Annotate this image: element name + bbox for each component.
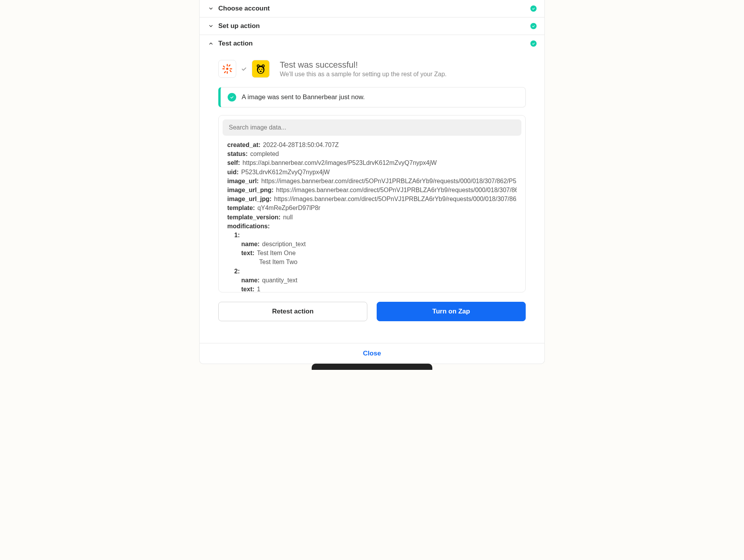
test-action-body: Test was successful! We'll use this as a… <box>200 52 544 333</box>
svg-rect-4 <box>230 68 232 70</box>
response-data-panel: created_at: 2022-04-28T18:50:04.707Z sta… <box>218 115 526 292</box>
section-title: Choose account <box>218 5 530 12</box>
svg-rect-1 <box>227 64 228 66</box>
svg-rect-6 <box>229 70 232 72</box>
status-complete-icon <box>530 5 537 12</box>
success-alert: A image was sent to Bannerbear just now. <box>218 87 526 107</box>
status-complete-icon <box>530 40 537 47</box>
test-success-header: Test was successful! We'll use this as a… <box>218 60 526 78</box>
svg-point-0 <box>226 68 228 70</box>
test-success-subtitle: We'll use this as a sample for setting u… <box>280 71 447 78</box>
action-buttons: Retest action Turn on Zap <box>218 302 526 321</box>
status-complete-icon <box>530 23 537 29</box>
section-set-up-action[interactable]: Set up action <box>200 18 544 35</box>
zapier-app-icon <box>218 60 236 78</box>
section-title: Set up action <box>218 22 530 30</box>
svg-point-16 <box>261 69 263 70</box>
section-title: Test action <box>218 40 530 47</box>
retest-action-button[interactable]: Retest action <box>218 302 367 321</box>
section-choose-account[interactable]: Choose account <box>200 0 544 18</box>
svg-rect-8 <box>224 71 226 73</box>
bannerbear-app-icon <box>252 60 270 78</box>
zap-editor-panel: Choose account Set up action Test action <box>199 0 545 364</box>
search-input[interactable] <box>223 119 521 136</box>
close-button[interactable]: Close <box>363 350 381 357</box>
svg-rect-5 <box>223 65 225 68</box>
bottom-toolbar-peek <box>312 364 432 370</box>
test-success-title: Test was successful! <box>280 60 447 70</box>
svg-point-13 <box>258 65 259 66</box>
alert-text: A image was sent to Bannerbear just now. <box>242 93 365 101</box>
svg-point-14 <box>263 65 264 66</box>
chevron-down-icon <box>207 23 214 30</box>
svg-point-10 <box>258 67 263 73</box>
connector-check-icon <box>239 65 249 72</box>
section-test-action[interactable]: Test action <box>200 35 544 52</box>
svg-rect-7 <box>228 64 231 66</box>
svg-rect-3 <box>223 68 225 70</box>
svg-point-17 <box>260 71 262 72</box>
response-kv-list: created_at: 2022-04-28T18:50:04.707Z sta… <box>223 140 521 292</box>
svg-rect-2 <box>227 71 228 74</box>
check-circle-icon <box>228 93 236 102</box>
turn-on-zap-button[interactable]: Turn on Zap <box>377 302 526 321</box>
svg-point-15 <box>259 69 260 70</box>
close-row: Close <box>200 343 544 364</box>
chevron-up-icon <box>207 40 214 47</box>
chevron-down-icon <box>207 5 214 12</box>
